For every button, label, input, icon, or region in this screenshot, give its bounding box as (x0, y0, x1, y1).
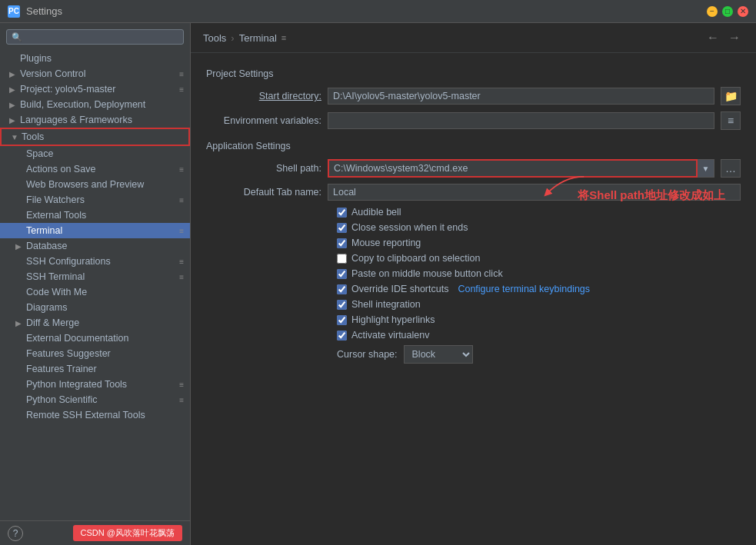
sidebar-item-label: External Documentation (26, 333, 184, 344)
sidebar-item-languages[interactable]: ▶ Languages & Frameworks (0, 112, 190, 128)
sidebar-tree: Plugins ▶ Version Control ≡ ▶ Project: y… (0, 51, 190, 520)
sidebar-item-actions-on-save[interactable]: Actions on Save ≡ (0, 161, 190, 177)
highlight-hyperlinks-label[interactable]: Highlight hyperlinks (351, 314, 435, 325)
sidebar-item-python-integrated[interactable]: Python Integrated Tools ≡ (0, 377, 190, 392)
cursor-shape-row: Cursor shape: Block Underline Beam (206, 345, 741, 364)
start-directory-input[interactable] (328, 88, 714, 105)
settings-icon: ≡ (179, 227, 184, 235)
settings-icon: ≡ (179, 196, 184, 204)
default-tab-input[interactable] (328, 184, 741, 201)
sidebar-item-external-docs[interactable]: External Documentation (0, 331, 190, 346)
sidebar-item-label: Actions on Save (26, 164, 176, 174)
sidebar-item-label: Space (26, 148, 184, 159)
breadcrumb-parent: Tools (203, 32, 226, 44)
search-input-wrap: 🔍 (6, 29, 184, 45)
content-area: Tools › Terminal ≡ ← → Project Settings … (191, 23, 756, 545)
override-ide-label[interactable]: Override IDE shortcuts (351, 284, 448, 294)
sidebar-item-version-control[interactable]: ▶ Version Control ≡ (0, 66, 190, 81)
maximize-button[interactable]: □ (722, 6, 733, 17)
sidebar-item-label: Python Integrated Tools (26, 379, 176, 390)
sidebar-item-label: Web Browsers and Preview (26, 179, 184, 190)
sidebar-item-label: Features Trainer (26, 364, 184, 374)
shell-path-input[interactable] (328, 159, 698, 178)
default-tab-row: Default Tab name: (206, 184, 741, 201)
sidebar-item-database[interactable]: ▶ Database (0, 238, 190, 254)
audible-bell-label[interactable]: Audible bell (351, 207, 401, 218)
checkbox-override-ide: Override IDE shortcuts Configure termina… (206, 284, 741, 294)
search-input[interactable] (25, 32, 178, 42)
window-controls: − □ ✕ (707, 6, 748, 17)
activate-venv-label[interactable]: Activate virtualenv (351, 330, 429, 341)
configure-keybindings-link[interactable]: Configure terminal keybindings (458, 284, 590, 294)
sidebar-item-features-suggester[interactable]: Features Suggester (0, 346, 190, 361)
cursor-shape-select[interactable]: Block Underline Beam (404, 345, 473, 364)
paste-middle-label[interactable]: Paste on middle mouse button click (351, 268, 503, 279)
start-directory-row: Start directory: 📁 (206, 87, 741, 105)
settings-icon: ≡ (179, 165, 184, 174)
content-scroll: Project Settings Start directory: 📁 Envi… (191, 53, 756, 545)
sidebar-item-label: Project: yolov5-master (20, 84, 176, 95)
sidebar-item-label: Diagrams (26, 302, 184, 313)
copy-clipboard-checkbox[interactable] (337, 254, 347, 264)
sidebar-item-project-yolov5[interactable]: ▶ Project: yolov5-master ≡ (0, 81, 190, 97)
close-session-label[interactable]: Close session when it ends (351, 222, 468, 233)
breadcrumb-icon: ≡ (281, 33, 286, 42)
mouse-reporting-checkbox[interactable] (337, 238, 347, 248)
sidebar-item-plugins[interactable]: Plugins (0, 51, 190, 66)
paste-middle-checkbox[interactable] (337, 269, 347, 279)
breadcrumb-separator: › (231, 32, 234, 44)
env-vars-edit-button[interactable]: ≡ (721, 111, 741, 130)
env-vars-row: Environment variables: ≡ (206, 111, 741, 130)
sidebar-item-file-watchers[interactable]: File Watchers ≡ (0, 192, 190, 208)
arrow-icon: ▶ (15, 242, 25, 251)
breadcrumb-current: Terminal (239, 32, 277, 44)
audible-bell-checkbox[interactable] (337, 208, 347, 218)
sidebar-item-ssh-config[interactable]: SSH Configurations ≡ (0, 254, 190, 269)
checkbox-activate-venv: Activate virtualenv (206, 330, 741, 341)
shell-path-browse-button[interactable]: … (721, 159, 741, 178)
sidebar-item-diagrams[interactable]: Diagrams (0, 300, 190, 315)
minimize-button[interactable]: − (707, 6, 718, 17)
mouse-reporting-label[interactable]: Mouse reporting (351, 238, 421, 248)
checkbox-highlight-hyperlinks: Highlight hyperlinks (206, 314, 741, 325)
arrow-icon: ▶ (9, 101, 18, 109)
highlight-hyperlinks-checkbox[interactable] (337, 315, 347, 325)
default-tab-label: Default Tab name: (206, 187, 321, 198)
sidebar-item-terminal[interactable]: Terminal ≡ (0, 223, 190, 238)
activate-venv-checkbox[interactable] (337, 331, 347, 341)
env-vars-input[interactable] (328, 112, 714, 129)
sidebar-item-features-trainer[interactable]: Features Trainer (0, 361, 190, 377)
shell-path-container: Shell path: ▼ … 将Shell path地址修改成如上 (206, 159, 741, 178)
help-button[interactable]: ? (8, 526, 23, 541)
sidebar-item-web-browsers[interactable]: Web Browsers and Preview (0, 177, 190, 192)
sidebar-item-python-scientific[interactable]: Python Scientific ≡ (0, 392, 190, 407)
sidebar-item-build[interactable]: ▶ Build, Execution, Deployment (0, 97, 190, 112)
close-session-checkbox[interactable] (337, 223, 347, 233)
sidebar-item-ssh-terminal[interactable]: SSH Terminal ≡ (0, 269, 190, 284)
sidebar-item-external-tools[interactable]: External Tools (0, 208, 190, 223)
start-directory-browse-button[interactable]: 📁 (721, 87, 741, 105)
forward-button[interactable]: → (725, 29, 744, 46)
shell-path-dropdown-arrow[interactable]: ▼ (698, 159, 714, 178)
main-container: 🔍 Plugins ▶ Version Control ≡ ▶ Project:… (0, 23, 756, 545)
settings-icon: ≡ (179, 258, 184, 266)
sidebar-item-label: Tools (22, 131, 182, 142)
back-button[interactable]: ← (704, 29, 722, 46)
shell-path-dropdown-wrap: ▼ (328, 159, 714, 178)
checkbox-audible-bell: Audible bell (206, 207, 741, 218)
shell-integration-label[interactable]: Shell integration (351, 299, 421, 310)
arrow-icon: ▶ (9, 70, 18, 78)
override-ide-checkbox[interactable] (337, 284, 347, 294)
sidebar-item-code-with-me[interactable]: Code With Me (0, 284, 190, 300)
sidebar-item-space[interactable]: Space (0, 146, 190, 161)
sidebar-item-diff-merge[interactable]: ▶ Diff & Merge (0, 315, 190, 331)
shell-integration-checkbox[interactable] (337, 300, 347, 310)
copy-clipboard-label[interactable]: Copy to clipboard on selection (351, 253, 480, 264)
sidebar-item-remote-ssh[interactable]: Remote SSH External Tools (0, 407, 190, 423)
title-bar-left: PC Settings (8, 5, 62, 18)
sidebar-item-tools[interactable]: ▼ Tools (0, 128, 190, 146)
search-icon: 🔍 (12, 32, 22, 42)
arrow-icon: ▶ (9, 116, 18, 125)
close-button[interactable]: ✕ (738, 6, 748, 17)
app-settings-label: Application Settings (206, 141, 741, 151)
